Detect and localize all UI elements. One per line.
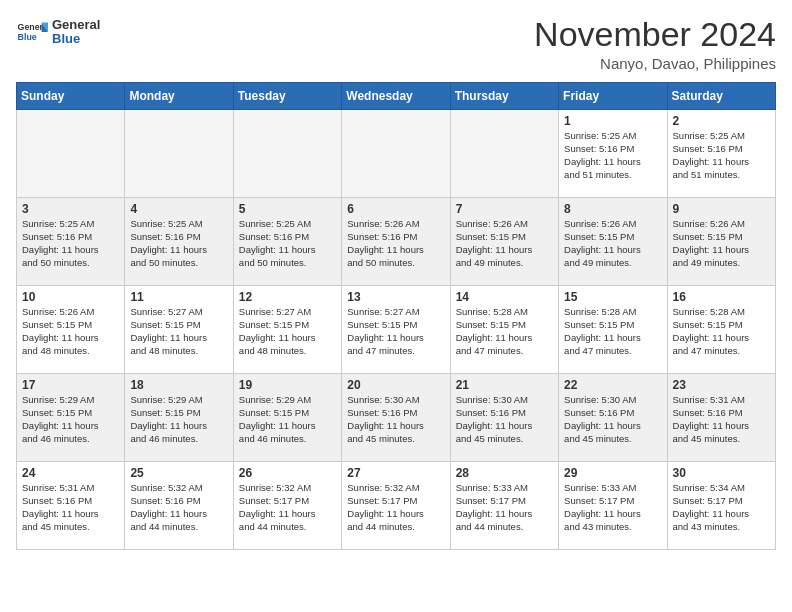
day-content-13: Sunrise: 5:27 AM Sunset: 5:15 PM Dayligh…: [347, 306, 444, 357]
calendar-cell-w2-d3: 5Sunrise: 5:25 AM Sunset: 5:16 PM Daylig…: [233, 198, 341, 286]
day-content-17: Sunrise: 5:29 AM Sunset: 5:15 PM Dayligh…: [22, 394, 119, 445]
day-number-14: 14: [456, 290, 553, 304]
title-block: November 2024 Nanyo, Davao, Philippines: [534, 16, 776, 72]
logo-blue: Blue: [52, 32, 100, 46]
day-number-28: 28: [456, 466, 553, 480]
header-friday: Friday: [559, 83, 667, 110]
calendar-header-row: Sunday Monday Tuesday Wednesday Thursday…: [17, 83, 776, 110]
day-number-19: 19: [239, 378, 336, 392]
header-monday: Monday: [125, 83, 233, 110]
day-content-27: Sunrise: 5:32 AM Sunset: 5:17 PM Dayligh…: [347, 482, 444, 533]
header-tuesday: Tuesday: [233, 83, 341, 110]
day-content-15: Sunrise: 5:28 AM Sunset: 5:15 PM Dayligh…: [564, 306, 661, 357]
day-number-29: 29: [564, 466, 661, 480]
calendar-cell-w3-d1: 10Sunrise: 5:26 AM Sunset: 5:15 PM Dayli…: [17, 286, 125, 374]
day-content-4: Sunrise: 5:25 AM Sunset: 5:16 PM Dayligh…: [130, 218, 227, 269]
day-number-17: 17: [22, 378, 119, 392]
day-content-7: Sunrise: 5:26 AM Sunset: 5:15 PM Dayligh…: [456, 218, 553, 269]
day-content-23: Sunrise: 5:31 AM Sunset: 5:16 PM Dayligh…: [673, 394, 770, 445]
day-number-7: 7: [456, 202, 553, 216]
month-title: November 2024: [534, 16, 776, 53]
calendar-cell-w1-d4: [342, 110, 450, 198]
logo: General Blue General Blue: [16, 16, 100, 48]
calendar-cell-w3-d3: 12Sunrise: 5:27 AM Sunset: 5:15 PM Dayli…: [233, 286, 341, 374]
calendar-cell-w1-d3: [233, 110, 341, 198]
day-number-15: 15: [564, 290, 661, 304]
page: General Blue General Blue November 2024 …: [0, 0, 792, 562]
location: Nanyo, Davao, Philippines: [534, 55, 776, 72]
calendar-week-1: 1Sunrise: 5:25 AM Sunset: 5:16 PM Daylig…: [17, 110, 776, 198]
day-number-21: 21: [456, 378, 553, 392]
day-content-11: Sunrise: 5:27 AM Sunset: 5:15 PM Dayligh…: [130, 306, 227, 357]
day-number-11: 11: [130, 290, 227, 304]
calendar-cell-w2-d5: 7Sunrise: 5:26 AM Sunset: 5:15 PM Daylig…: [450, 198, 558, 286]
day-number-6: 6: [347, 202, 444, 216]
calendar-cell-w4-d4: 20Sunrise: 5:30 AM Sunset: 5:16 PM Dayli…: [342, 374, 450, 462]
day-number-16: 16: [673, 290, 770, 304]
header-sunday: Sunday: [17, 83, 125, 110]
day-number-26: 26: [239, 466, 336, 480]
calendar-cell-w5-d4: 27Sunrise: 5:32 AM Sunset: 5:17 PM Dayli…: [342, 462, 450, 550]
day-content-22: Sunrise: 5:30 AM Sunset: 5:16 PM Dayligh…: [564, 394, 661, 445]
day-content-30: Sunrise: 5:34 AM Sunset: 5:17 PM Dayligh…: [673, 482, 770, 533]
calendar-cell-w2-d7: 9Sunrise: 5:26 AM Sunset: 5:15 PM Daylig…: [667, 198, 775, 286]
day-content-3: Sunrise: 5:25 AM Sunset: 5:16 PM Dayligh…: [22, 218, 119, 269]
day-content-25: Sunrise: 5:32 AM Sunset: 5:16 PM Dayligh…: [130, 482, 227, 533]
day-number-20: 20: [347, 378, 444, 392]
calendar-cell-w1-d1: [17, 110, 125, 198]
calendar-cell-w3-d2: 11Sunrise: 5:27 AM Sunset: 5:15 PM Dayli…: [125, 286, 233, 374]
day-content-24: Sunrise: 5:31 AM Sunset: 5:16 PM Dayligh…: [22, 482, 119, 533]
header: General Blue General Blue November 2024 …: [16, 16, 776, 72]
calendar-cell-w5-d1: 24Sunrise: 5:31 AM Sunset: 5:16 PM Dayli…: [17, 462, 125, 550]
day-content-29: Sunrise: 5:33 AM Sunset: 5:17 PM Dayligh…: [564, 482, 661, 533]
day-number-24: 24: [22, 466, 119, 480]
day-number-23: 23: [673, 378, 770, 392]
calendar-cell-w4-d6: 22Sunrise: 5:30 AM Sunset: 5:16 PM Dayli…: [559, 374, 667, 462]
calendar-week-2: 3Sunrise: 5:25 AM Sunset: 5:16 PM Daylig…: [17, 198, 776, 286]
day-number-10: 10: [22, 290, 119, 304]
header-wednesday: Wednesday: [342, 83, 450, 110]
calendar-cell-w4-d3: 19Sunrise: 5:29 AM Sunset: 5:15 PM Dayli…: [233, 374, 341, 462]
calendar-cell-w5-d6: 29Sunrise: 5:33 AM Sunset: 5:17 PM Dayli…: [559, 462, 667, 550]
day-content-14: Sunrise: 5:28 AM Sunset: 5:15 PM Dayligh…: [456, 306, 553, 357]
day-content-18: Sunrise: 5:29 AM Sunset: 5:15 PM Dayligh…: [130, 394, 227, 445]
calendar-cell-w2-d4: 6Sunrise: 5:26 AM Sunset: 5:16 PM Daylig…: [342, 198, 450, 286]
day-content-1: Sunrise: 5:25 AM Sunset: 5:16 PM Dayligh…: [564, 130, 661, 181]
day-content-19: Sunrise: 5:29 AM Sunset: 5:15 PM Dayligh…: [239, 394, 336, 445]
day-number-18: 18: [130, 378, 227, 392]
calendar-week-5: 24Sunrise: 5:31 AM Sunset: 5:16 PM Dayli…: [17, 462, 776, 550]
calendar-cell-w2-d6: 8Sunrise: 5:26 AM Sunset: 5:15 PM Daylig…: [559, 198, 667, 286]
day-number-25: 25: [130, 466, 227, 480]
calendar-week-3: 10Sunrise: 5:26 AM Sunset: 5:15 PM Dayli…: [17, 286, 776, 374]
day-content-26: Sunrise: 5:32 AM Sunset: 5:17 PM Dayligh…: [239, 482, 336, 533]
svg-text:Blue: Blue: [18, 32, 37, 42]
calendar-cell-w3-d4: 13Sunrise: 5:27 AM Sunset: 5:15 PM Dayli…: [342, 286, 450, 374]
calendar-cell-w4-d2: 18Sunrise: 5:29 AM Sunset: 5:15 PM Dayli…: [125, 374, 233, 462]
day-number-3: 3: [22, 202, 119, 216]
calendar-cell-w3-d5: 14Sunrise: 5:28 AM Sunset: 5:15 PM Dayli…: [450, 286, 558, 374]
calendar-cell-w5-d5: 28Sunrise: 5:33 AM Sunset: 5:17 PM Dayli…: [450, 462, 558, 550]
day-content-12: Sunrise: 5:27 AM Sunset: 5:15 PM Dayligh…: [239, 306, 336, 357]
header-saturday: Saturday: [667, 83, 775, 110]
calendar-cell-w4-d7: 23Sunrise: 5:31 AM Sunset: 5:16 PM Dayli…: [667, 374, 775, 462]
day-number-9: 9: [673, 202, 770, 216]
day-content-9: Sunrise: 5:26 AM Sunset: 5:15 PM Dayligh…: [673, 218, 770, 269]
calendar-cell-w3-d7: 16Sunrise: 5:28 AM Sunset: 5:15 PM Dayli…: [667, 286, 775, 374]
calendar-cell-w1-d5: [450, 110, 558, 198]
day-number-22: 22: [564, 378, 661, 392]
calendar-cell-w5-d2: 25Sunrise: 5:32 AM Sunset: 5:16 PM Dayli…: [125, 462, 233, 550]
day-content-5: Sunrise: 5:25 AM Sunset: 5:16 PM Dayligh…: [239, 218, 336, 269]
day-number-1: 1: [564, 114, 661, 128]
day-number-8: 8: [564, 202, 661, 216]
day-number-13: 13: [347, 290, 444, 304]
day-number-12: 12: [239, 290, 336, 304]
day-content-10: Sunrise: 5:26 AM Sunset: 5:15 PM Dayligh…: [22, 306, 119, 357]
logo-icon: General Blue: [16, 16, 48, 48]
calendar-cell-w1-d7: 2Sunrise: 5:25 AM Sunset: 5:16 PM Daylig…: [667, 110, 775, 198]
calendar-cell-w4-d5: 21Sunrise: 5:30 AM Sunset: 5:16 PM Dayli…: [450, 374, 558, 462]
day-content-21: Sunrise: 5:30 AM Sunset: 5:16 PM Dayligh…: [456, 394, 553, 445]
header-thursday: Thursday: [450, 83, 558, 110]
day-number-2: 2: [673, 114, 770, 128]
day-content-2: Sunrise: 5:25 AM Sunset: 5:16 PM Dayligh…: [673, 130, 770, 181]
calendar-cell-w2-d1: 3Sunrise: 5:25 AM Sunset: 5:16 PM Daylig…: [17, 198, 125, 286]
